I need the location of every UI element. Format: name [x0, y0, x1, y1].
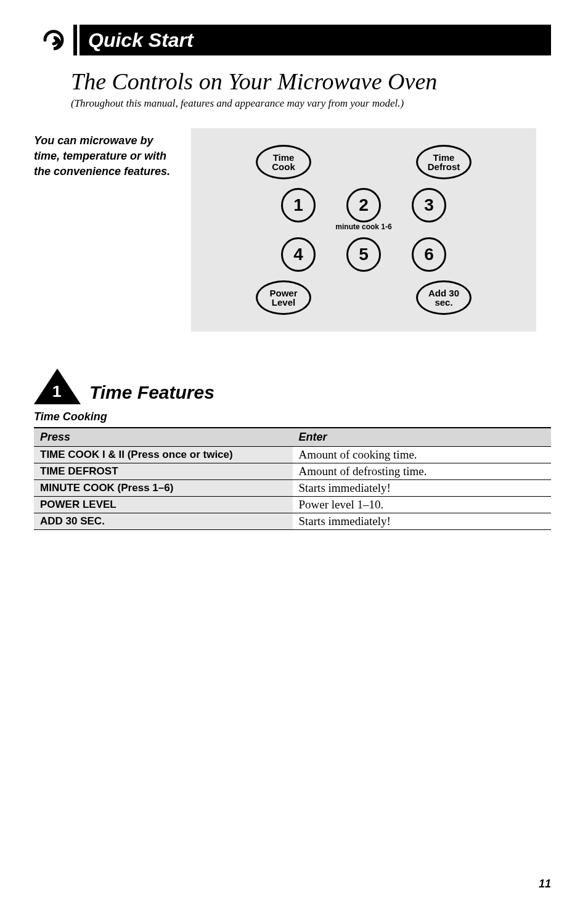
time-cook-button[interactable]: Time Cook [256, 145, 311, 179]
feature-table: Press Enter TIME COOK I & II (Press once… [34, 427, 551, 530]
power-level-button[interactable]: Power Level [256, 280, 311, 315]
press-cell: POWER LEVEL [34, 497, 293, 513]
enter-cell: Starts immediately! [293, 513, 552, 530]
control-panel: Time Cook Time Defrost 1 2 3 minute cook… [191, 128, 536, 332]
press-cell: TIME COOK I & II (Press once or twice) [34, 447, 293, 463]
press-cell: MINUTE COOK (Press 1–6) [34, 480, 293, 497]
num-4-button[interactable]: 4 [281, 237, 316, 272]
page-title: The Controls on Your Microwave Oven [71, 68, 551, 95]
content-row: You can microwave by time, temperature o… [34, 128, 551, 332]
panel-num-row-1: 1 2 3 minute cook 1-6 [281, 188, 446, 222]
num-1-button[interactable]: 1 [281, 188, 316, 222]
panel-top-row: Time Cook Time Defrost [256, 145, 472, 179]
section-head: 1 Time Features [34, 369, 551, 404]
table-row: ADD 30 SEC. Starts immediately! [34, 513, 551, 530]
side-note: You can microwave by time, temperature o… [34, 128, 179, 332]
press-cell: TIME DEFROST [34, 463, 293, 480]
num-2-button[interactable]: 2 [346, 188, 381, 222]
swirl-icon [40, 26, 68, 54]
page-subtitle: (Throughout this manual, features and ap… [71, 97, 551, 110]
panel-bottom-row: Power Level Add 30 sec. [256, 280, 472, 315]
header-enter: Enter [293, 428, 552, 447]
triangle-marker: 1 [34, 369, 81, 404]
header-icon [34, 25, 77, 55]
table-row: MINUTE COOK (Press 1–6) Starts immediate… [34, 480, 551, 497]
table-row: TIME DEFROST Amount of defrosting time. [34, 463, 551, 480]
table-header-row: Press Enter [34, 428, 551, 447]
enter-cell: Amount of cooking time. [293, 447, 552, 463]
subsection-title: Time Cooking [34, 410, 551, 423]
time-defrost-button[interactable]: Time Defrost [416, 145, 472, 179]
header-bar: Quick Start [34, 25, 551, 55]
press-cell: ADD 30 SEC. [34, 513, 293, 530]
page-number: 11 [539, 878, 551, 891]
panel-num-row-2: 4 5 6 [281, 237, 446, 272]
minute-cook-label: minute cook 1-6 [335, 222, 391, 231]
section-title: Time Features [89, 382, 214, 404]
page-content: Quick Start The Controls on Your Microwa… [0, 0, 588, 548]
triangle-number: 1 [52, 382, 61, 401]
header-press: Press [34, 428, 293, 447]
add-30-sec-button[interactable]: Add 30 sec. [416, 280, 472, 315]
enter-cell: Amount of defrosting time. [293, 463, 552, 480]
header-title: Quick Start [80, 25, 551, 55]
num-5-button[interactable]: 5 [346, 237, 381, 272]
enter-cell: Power level 1–10. [293, 497, 552, 513]
table-row: TIME COOK I & II (Press once or twice) A… [34, 447, 551, 463]
table-row: POWER LEVEL Power level 1–10. [34, 497, 551, 513]
enter-cell: Starts immediately! [293, 480, 552, 497]
num-6-button[interactable]: 6 [412, 237, 446, 272]
num-3-button[interactable]: 3 [412, 188, 446, 222]
